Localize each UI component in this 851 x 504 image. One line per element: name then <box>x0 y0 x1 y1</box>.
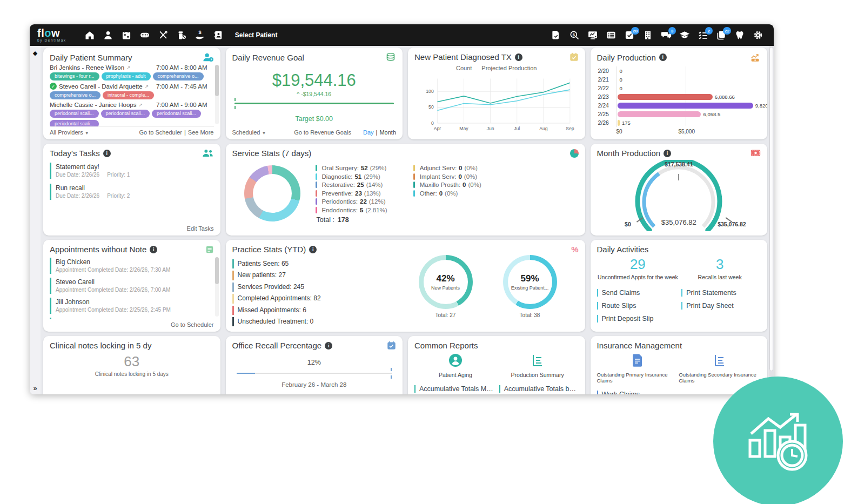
file-check-icon[interactable] <box>547 27 565 43</box>
screen-report-icon[interactable] <box>584 27 602 43</box>
bar-label: 2/24 <box>598 102 617 109</box>
patient-row[interactable]: Bri Jenkins - Renee Wilson↗7:00 AM - 8:0… <box>50 64 207 80</box>
go-to-scheduler-link[interactable]: Go to Scheduler <box>139 129 182 136</box>
patient-row[interactable]: ✓Steveo Carell - David Arquette↗7:00 AM … <box>50 83 207 99</box>
patient-clock-icon[interactable] <box>202 52 214 62</box>
procedure-chip[interactable]: periodontal scali... <box>101 110 150 118</box>
provider-filter-dropdown[interactable]: All Providers▼ <box>50 129 89 136</box>
patient-aging-button[interactable]: Patient Aging <box>414 353 497 378</box>
production-growth-icon[interactable] <box>750 52 761 62</box>
info-icon[interactable]: i <box>515 53 522 61</box>
tooth-icon[interactable] <box>731 27 749 43</box>
dentures-icon[interactable] <box>136 27 154 43</box>
print-deposit-slip-link[interactable]: Print Deposit Slip <box>597 315 676 322</box>
appointment-item[interactable]: Big Chicken Appointment Completed Date: … <box>50 258 207 274</box>
patient-row[interactable]: Michelle Cassie - Janice Hoops↗7:00 AM -… <box>50 102 207 126</box>
calendar-check-blue-icon[interactable] <box>387 341 396 350</box>
service-legend-right: Adjunct Serv:0(0%) Implant Serv:0(0%) Ma… <box>413 165 481 225</box>
info-icon[interactable]: i <box>150 246 157 253</box>
send-claims-link[interactable]: Send Claims <box>597 289 676 297</box>
procedure-chip[interactable]: periodontal scali... <box>50 110 99 118</box>
search-dollar-icon[interactable]: $ <box>565 27 584 43</box>
info-icon[interactable]: i <box>309 246 317 253</box>
settings-gear-icon[interactable] <box>749 27 767 43</box>
pie-chart-icon[interactable] <box>570 149 579 158</box>
scheduled-filter-dropdown[interactable]: Scheduled▼ <box>232 129 266 136</box>
day-toggle[interactable]: Day <box>363 129 374 136</box>
print-statements-link[interactable]: Print Statements <box>681 289 761 297</box>
info-icon[interactable]: i <box>664 150 671 157</box>
outstanding-primary-claims-button[interactable]: Outstanding Primary Insurance Claims <box>597 353 679 384</box>
coins-icon[interactable] <box>385 52 396 62</box>
open-record-icon[interactable]: ↗ <box>145 84 149 89</box>
tools-icon[interactable] <box>154 27 172 43</box>
open-record-icon[interactable]: ↗ <box>126 65 131 70</box>
card-insurance-management: Insurance Management Outstanding Primary… <box>591 336 768 394</box>
existing-patients-donut: 59%Existing Patient... Total: 38 <box>503 255 557 318</box>
stat-item: Missed Appointments: 6 <box>232 306 419 315</box>
open-record-icon[interactable]: ↗ <box>138 102 143 107</box>
production-summary-button[interactable]: Production Summary <box>497 353 579 378</box>
route-slips-link[interactable]: Route Slips <box>597 302 676 310</box>
procedure-chip[interactable]: periodontal scali... <box>50 120 99 126</box>
cash-icon[interactable] <box>751 149 761 157</box>
payment-hand-icon[interactable]: $ <box>191 27 209 43</box>
list-icon[interactable] <box>602 27 620 43</box>
go-to-scheduler-link[interactable]: Go to Scheduler <box>171 321 214 328</box>
appointment-item[interactable]: Jill Johnson Appointment Completed Date:… <box>50 298 207 314</box>
procedure-chip[interactable]: prophylaxis - adult <box>102 72 151 80</box>
svg-text:Jul: Jul <box>514 126 520 131</box>
patient-book-icon[interactable] <box>209 27 227 43</box>
calendar-check-yellow-icon[interactable] <box>569 52 579 62</box>
flow-logo[interactable]: flow by DentiMax <box>37 28 66 43</box>
education-icon[interactable] <box>675 27 694 43</box>
window-scrollbar[interactable] <box>769 46 774 394</box>
recall-percent: 12% <box>232 359 397 366</box>
task-name: Run recall <box>56 184 214 192</box>
rail-expand-icon[interactable]: » <box>33 384 37 392</box>
analytics-clock-watermark <box>713 377 843 504</box>
card-title: Clinical notes locking in 5 dy <box>50 341 151 350</box>
checklist-icon[interactable]: 2 <box>694 27 712 43</box>
task-item[interactable]: Run recall Due Date: 2/26/26Priority: 2 <box>50 184 214 200</box>
select-patient-label[interactable]: Select Patient <box>235 31 278 39</box>
appointment-item[interactable]: Steveo Carell Appointment Completed Date… <box>50 278 207 294</box>
go-to-revenue-goals-link[interactable]: Go to Revenue Goals <box>294 129 351 136</box>
month-toggle[interactable]: Month <box>379 129 396 136</box>
svg-text:Jun: Jun <box>487 126 494 131</box>
patient-name: Michelle Cassie - Janice Hoops <box>50 102 136 108</box>
info-icon[interactable]: i <box>325 342 332 350</box>
prescription-icon[interactable] <box>172 27 191 43</box>
edit-tasks-link[interactable]: Edit Tasks <box>187 225 214 232</box>
office-icon[interactable] <box>639 27 657 43</box>
patient-list: Bri Jenkins - Renee Wilson↗7:00 AM - 8:0… <box>50 62 214 126</box>
procedure-chip[interactable]: periodontal scali... <box>152 110 201 118</box>
accumulative-totals-mtd-link[interactable]: Accumulative Totals MTD <box>414 385 494 393</box>
documents-icon[interactable]: 22 <box>712 27 731 43</box>
rail-diamond-icon[interactable]: ◆ <box>33 50 37 57</box>
accumulative-totals-by-date-link[interactable]: Accumulative Totals by Dat... <box>499 385 579 393</box>
home-icon[interactable] <box>81 27 99 43</box>
calendar-icon[interactable] <box>117 27 136 43</box>
procedure-chip[interactable]: comprehensive o... <box>153 72 204 80</box>
card-scrollbar[interactable] <box>215 257 219 317</box>
outstanding-secondary-claims-button[interactable]: Outstanding Secondary Insurance Claims <box>679 353 761 384</box>
task-item[interactable]: Statement day! Due Date: 2/26/26Priority… <box>50 163 214 179</box>
print-day-sheet-link[interactable]: Print Day Sheet <box>681 302 761 310</box>
note-icon[interactable] <box>205 245 214 254</box>
procedure-chip[interactable]: intraoral - comple... <box>103 91 154 99</box>
task-check-icon[interactable]: 28 <box>620 27 639 43</box>
info-icon[interactable]: i <box>659 53 667 61</box>
tx-chart-legend: Count Projected Production <box>414 65 579 71</box>
info-icon[interactable]: i <box>103 150 111 157</box>
task-list: Statement day! Due Date: 2/26/26Priority… <box>50 158 214 200</box>
procedure-chip[interactable]: comprehensive o... <box>50 91 100 99</box>
card-scrollbar[interactable] <box>215 65 219 124</box>
report-label: Patient Aging <box>439 372 472 378</box>
procedure-chip[interactable]: bitewings - four r... <box>50 72 99 80</box>
gauge-min-label: $0 <box>625 221 631 227</box>
messages-icon[interactable]: 3 <box>657 27 675 43</box>
team-icon[interactable] <box>202 149 214 158</box>
see-more-link[interactable]: See More <box>188 129 214 136</box>
patient-icon[interactable] <box>99 27 117 43</box>
